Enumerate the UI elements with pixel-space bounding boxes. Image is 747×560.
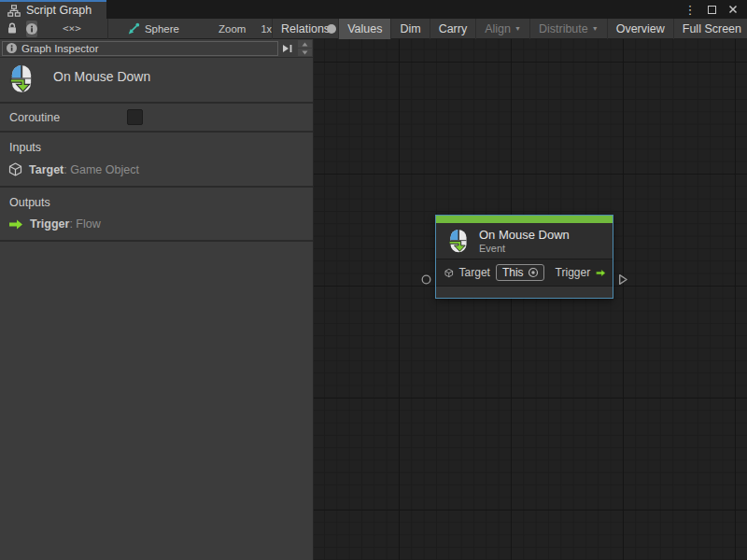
title-bar: Script Graph ⋮ <box>0 0 747 19</box>
window-menu-icon[interactable]: ⋮ <box>683 2 698 17</box>
graph-inspector-header: Graph Inspector <box>0 39 313 58</box>
output-port-row: Trigger: Flow <box>0 213 313 234</box>
window-maximize-icon[interactable] <box>704 2 719 17</box>
inspector-toggle-button[interactable] <box>26 21 37 37</box>
graph-breadcrumb[interactable]: Sphere <box>127 22 179 35</box>
inputs-header: Inputs <box>0 133 313 158</box>
graph-inspector-panel: Graph Inspector <box>0 39 314 560</box>
script-graph-window: Script Graph ⋮ <box>0 0 747 560</box>
info-icon <box>7 43 17 53</box>
zoom-value: 1x <box>261 23 272 35</box>
zoom-slider-knob[interactable] <box>327 24 336 34</box>
this-pill-value: This <box>502 266 524 279</box>
node-trigger-label: Trigger <box>556 266 591 279</box>
node-ports-row: Target This Trigger <box>436 259 613 287</box>
cube-icon <box>8 162 22 176</box>
node-event-accent-bar <box>436 216 613 223</box>
align-dropdown[interactable]: Align ▼ <box>475 19 529 39</box>
coroutine-row: Coroutine <box>0 104 313 133</box>
info-icon <box>26 23 37 35</box>
graph-canvas[interactable]: On Mouse Down Event Target This <box>314 39 747 560</box>
inputs-section: Inputs Target: Game Object <box>0 133 313 188</box>
scroll-up-button[interactable] <box>298 40 312 48</box>
trigger-flow-arrow-icon[interactable] <box>596 267 606 279</box>
graph-inspector-titlebox[interactable]: Graph Inspector <box>2 41 278 56</box>
carry-button[interactable]: Carry <box>430 19 476 39</box>
window-controls: ⋮ <box>683 0 747 19</box>
node-output-port[interactable] <box>618 273 628 286</box>
target-picker-icon[interactable] <box>528 267 539 278</box>
graph-name: Sphere <box>145 23 179 35</box>
target-this-pill[interactable]: This <box>496 264 544 281</box>
event-header: On Mouse Down <box>0 58 313 104</box>
node-subtitle: Event <box>479 243 570 254</box>
flow-arrow-icon <box>8 218 23 231</box>
coroutine-label: Coroutine <box>9 111 60 124</box>
script-graph-asset-icon <box>127 22 140 35</box>
node-footer <box>436 287 613 298</box>
mouse-down-icon <box>446 229 471 254</box>
panel-scroll-stepper <box>297 40 313 56</box>
on-mouse-down-node[interactable]: On Mouse Down Event Target This <box>435 215 613 299</box>
output-port-type: : Flow <box>69 217 100 231</box>
outputs-header: Outputs <box>0 188 313 213</box>
values-button[interactable]: Values <box>338 19 390 39</box>
graph-toolbar: <×> Sphere Zoom 1x Relations Values Dim <box>0 19 747 39</box>
full-screen-button[interactable]: Full Screen <box>673 19 747 39</box>
panel-expand-icon[interactable] <box>278 41 297 56</box>
overview-button[interactable]: Overview <box>607 19 673 39</box>
node-target-label: Target <box>459 266 490 279</box>
dim-button[interactable]: Dim <box>390 19 429 39</box>
event-title: On Mouse Down <box>53 69 150 94</box>
output-port-name: Trigger <box>30 217 69 231</box>
tab-script-graph[interactable]: Script Graph <box>0 0 106 19</box>
graph-hierarchy-icon <box>7 2 21 19</box>
chevron-down-icon: ▼ <box>514 25 521 32</box>
coroutine-checkbox[interactable] <box>127 109 143 125</box>
tab-label: Script Graph <box>26 4 92 17</box>
graph-inspector-title: Graph Inspector <box>21 43 98 54</box>
lock-icon[interactable] <box>7 21 18 37</box>
toolbar-buttons: Relations Values Dim Carry Align ▼ Distr… <box>272 19 747 39</box>
node-input-port[interactable] <box>421 274 431 285</box>
input-port-type: : Game Object <box>63 163 139 176</box>
mouse-down-icon <box>7 64 35 94</box>
scroll-down-button[interactable] <box>298 49 312 56</box>
chevron-down-icon: ▼ <box>592 25 599 32</box>
inspector-empty-area <box>0 242 313 560</box>
input-port-row: Target: Game Object <box>0 158 313 180</box>
cube-icon <box>444 266 454 280</box>
zoom-label: Zoom <box>218 23 246 35</box>
code-view-icon[interactable]: <×> <box>63 22 81 35</box>
input-port-name: Target <box>29 163 63 176</box>
distribute-dropdown[interactable]: Distribute ▼ <box>529 19 607 39</box>
node-title: On Mouse Down <box>479 228 570 242</box>
node-header[interactable]: On Mouse Down Event <box>436 223 613 259</box>
window-close-icon[interactable] <box>726 2 740 17</box>
outputs-section: Outputs Trigger: Flow <box>0 188 313 242</box>
